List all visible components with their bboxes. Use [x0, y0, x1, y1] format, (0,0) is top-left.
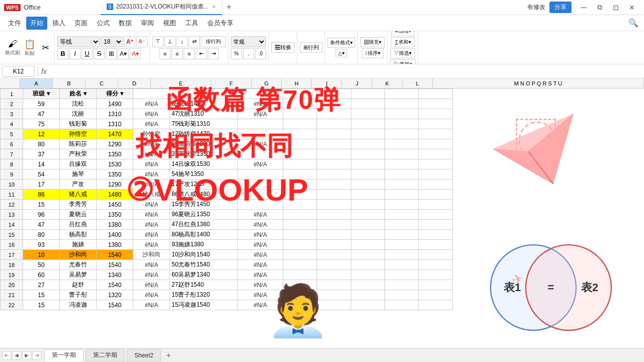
col-header-g[interactable]: G — [252, 78, 282, 88]
cell-g[interactable] — [283, 230, 316, 240]
col-header-i[interactable]: I — [312, 78, 342, 88]
indent-decrease-button[interactable]: ⇤ — [196, 48, 207, 59]
cell-j[interactable] — [385, 169, 419, 179]
cell-j[interactable] — [385, 129, 419, 139]
cell-f[interactable]: #N/A — [237, 270, 283, 280]
cell-j[interactable] — [385, 99, 419, 109]
cell-k[interactable] — [419, 190, 453, 200]
cell-k[interactable] — [419, 200, 453, 210]
cell-j[interactable] — [385, 119, 419, 129]
cell-f[interactable]: #N/A — [237, 210, 283, 220]
cell-c[interactable]: 1540 — [97, 300, 133, 310]
sheet-tab-2[interactable]: 第二学期 — [86, 349, 125, 361]
row-header[interactable]: 15 — [1, 230, 23, 240]
cell-a[interactable]: 59 — [23, 99, 59, 109]
cell-e[interactable]: 60吴易梦1340 — [170, 270, 238, 280]
cell-a[interactable]: 93 — [23, 240, 59, 250]
row-header[interactable]: 5 — [1, 129, 23, 139]
menu-insert[interactable]: 插入 — [48, 17, 69, 30]
row-header[interactable]: 21 — [1, 290, 23, 300]
sort-button[interactable]: ↕排序▾ — [362, 48, 384, 58]
cell-i[interactable] — [351, 129, 384, 139]
cell-g[interactable] — [283, 210, 316, 220]
cell-k[interactable] — [419, 230, 453, 240]
close-button[interactable]: ✕ — [624, 2, 640, 13]
cell-d[interactable]: 猪八戒 — [133, 190, 170, 200]
cell-g[interactable] — [283, 159, 316, 169]
cell-c[interactable]: 1290 — [97, 139, 133, 149]
cell-g1[interactable] — [283, 89, 316, 99]
cell-h[interactable] — [317, 300, 351, 310]
cell-d[interactable]: #N/A — [133, 260, 170, 270]
sheet-nav-prev[interactable]: ◀ — [12, 351, 21, 360]
cell-g[interactable] — [283, 149, 316, 159]
cell-j[interactable] — [385, 260, 419, 270]
paste-button[interactable]: 📋 粘贴 — [22, 38, 37, 58]
cell-a[interactable]: 96 — [23, 210, 59, 220]
cell-d[interactable]: 沙和尚 — [133, 250, 170, 260]
cell-a[interactable]: 15 — [23, 200, 59, 210]
cell-k[interactable] — [419, 250, 453, 260]
cell-h[interactable] — [317, 250, 351, 260]
cell-h[interactable] — [317, 270, 351, 280]
cell-k[interactable] — [419, 300, 453, 310]
row-header[interactable]: 17 — [1, 250, 23, 260]
menu-tools[interactable]: 工具 — [181, 17, 202, 30]
tab-close-icon[interactable]: ✕ — [212, 4, 216, 10]
cell-d[interactable]: #N/A — [133, 230, 170, 240]
find-button[interactable]: 🔍查找▾ — [390, 59, 416, 65]
cell-j[interactable] — [385, 139, 419, 149]
cell-a[interactable]: 75 — [23, 119, 59, 129]
row-header[interactable]: 13 — [1, 210, 23, 220]
border-button[interactable]: ⊞ — [106, 48, 117, 59]
cell-e[interactable]: 15曹子彤1320 — [170, 290, 238, 300]
cell-c[interactable]: 1290 — [97, 179, 133, 190]
cell-k[interactable] — [419, 210, 453, 220]
rowcol-button[interactable]: ⊞行列 — [300, 42, 323, 53]
cell-j[interactable] — [385, 159, 419, 169]
cell-e[interactable]: 47吕红燕1380 — [170, 220, 238, 230]
cell-h[interactable] — [317, 159, 351, 169]
cell-g[interactable] — [283, 270, 316, 280]
cell-g[interactable] — [283, 290, 316, 300]
row-header[interactable]: 8 — [1, 159, 23, 169]
cell-g[interactable] — [283, 200, 316, 210]
cell-h[interactable] — [317, 260, 351, 270]
cell-c[interactable]: 1380 — [97, 220, 133, 230]
cell-h[interactable] — [317, 169, 351, 179]
cell-c[interactable]: 1530 — [97, 159, 133, 169]
col-header-d[interactable]: D — [118, 78, 151, 88]
cell-c[interactable]: 1350 — [97, 210, 133, 220]
cell-f[interactable]: #N/A — [237, 220, 283, 230]
menu-file[interactable]: 文件 — [4, 17, 25, 30]
cell-c[interactable]: 1480 — [97, 190, 133, 200]
cell-h[interactable] — [317, 99, 351, 109]
cell-i[interactable] — [351, 290, 384, 300]
cell-d[interactable]: #N/A — [133, 139, 170, 149]
col-header-a[interactable]: A — [20, 78, 53, 88]
cell-h[interactable] — [317, 109, 351, 119]
cell-b[interactable]: 曹子彤 — [59, 290, 96, 300]
cell-e[interactable]: 75钱彩菊1310 — [170, 119, 238, 129]
cell-c[interactable]: 1350 — [97, 169, 133, 179]
cell-b[interactable]: 李秀芳 — [59, 200, 96, 210]
cell-f[interactable] — [237, 119, 283, 129]
cell-i[interactable] — [351, 99, 384, 109]
align-left-button[interactable]: ≡ — [159, 48, 171, 59]
row-header[interactable]: 22 — [1, 300, 23, 310]
cell-a[interactable]: 80 — [23, 230, 59, 240]
cell-b[interactable]: 严秋荣 — [59, 149, 96, 159]
row-header[interactable]: 7 — [1, 149, 23, 159]
cell-b[interactable]: 孙悟空 — [59, 129, 96, 139]
row-header[interactable]: 10 — [1, 179, 23, 190]
cell-c[interactable]: 1490 — [97, 99, 133, 109]
cell-e[interactable]: 37严秋荣1350 — [170, 149, 238, 159]
cell-h[interactable] — [317, 179, 351, 190]
cell-b[interactable]: 沙和尚 — [59, 250, 96, 260]
font-size-select[interactable]: 18 — [101, 36, 123, 47]
cell-a[interactable]: 12 — [23, 129, 59, 139]
cell-j[interactable] — [385, 230, 419, 240]
cell-f[interactable] — [237, 190, 283, 200]
col-header-j[interactable]: J — [342, 78, 372, 88]
cell-i[interactable] — [351, 250, 384, 260]
